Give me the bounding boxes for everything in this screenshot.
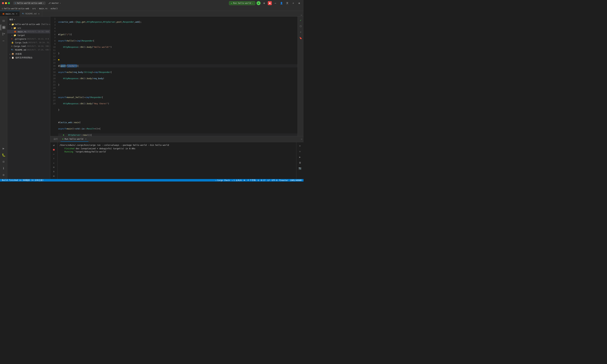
- bookmarks-icon[interactable]: 🔖: [298, 36, 303, 40]
- file-tree: ▾ 📁 hello-world-actix-web [hello-world] …: [7, 23, 50, 179]
- status-lf[interactable]: LF: [268, 179, 270, 182]
- panel-right-icon2[interactable]: ⊟: [298, 149, 302, 154]
- panel-scroll-up-icon[interactable]: ↑: [52, 157, 56, 160]
- activity-terminal[interactable]: ⊡: [1, 158, 7, 165]
- translate-icon[interactable]: 文: [285, 1, 290, 5]
- panel-scroll-down-icon[interactable]: ↓: [52, 161, 56, 165]
- run-label: Run hello-world: [233, 2, 251, 4]
- md-file-icon: M↓: [22, 13, 24, 15]
- search-editor-icon[interactable]: ⌕: [298, 30, 303, 34]
- panel-more-icon[interactable]: ⋯: [52, 152, 56, 156]
- file-meta-cargo-toml: 2023/8/7, 16:14, 196 B 3 分钟…: [27, 45, 50, 47]
- activity-more[interactable]: ⋯: [1, 38, 7, 44]
- status-memory[interactable]: 1905/4096M: [290, 179, 301, 182]
- settings-icon[interactable]: ⚙: [262, 1, 267, 5]
- traffic-lights: [2, 2, 10, 4]
- close-button[interactable]: [2, 2, 4, 4]
- md-tree-icon: M↓: [11, 49, 13, 51]
- activity-run[interactable]: ▶: [1, 145, 7, 151]
- tree-readme[interactable]: M↓ README.md 2023/8/7, 17:25, 436 B 片刻…: [7, 48, 50, 52]
- tab-close-readme[interactable]: ×: [38, 13, 39, 15]
- tab-main-rs[interactable]: 🦀 main.rs ×: [0, 11, 20, 16]
- activity-info[interactable]: ℹ: [1, 165, 7, 171]
- tree-target[interactable]: › 📁 target: [7, 33, 50, 37]
- editor-actions-icon[interactable]: ⋯: [301, 14, 302, 16]
- tree-root-label: hello-world-actix-web [hello-world] - ~: [15, 23, 50, 26]
- tree-main-rs[interactable]: 🦀 main.rs 2023/8/7, 16:16, 660 B 片刻之…: [7, 30, 50, 33]
- panel-right-icon5[interactable]: 📷: [298, 166, 302, 170]
- activity-settings-bottom[interactable]: ⚙: [1, 172, 7, 178]
- run-action-button[interactable]: ▶: [257, 1, 260, 5]
- tree-cargo-lock-label: Cargo.lock: [15, 41, 27, 44]
- status-cursor[interactable]: 8:17: [261, 179, 265, 182]
- breadcrumb-item-4[interactable]: echo(): [51, 7, 58, 10]
- status-eye[interactable]: 👁: [244, 179, 245, 182]
- panel-right-icon4[interactable]: 🗑: [298, 160, 302, 165]
- breadcrumb-item-1[interactable]: hello-world-actix-web: [4, 7, 29, 10]
- status-cargo-check[interactable]: ⚠ Cargo Check: [215, 179, 230, 182]
- panel-more-options-icon[interactable]: ⋯: [301, 138, 302, 140]
- panel-tab-run-hello-world[interactable]: ▶ Run hello-world ×: [61, 137, 89, 142]
- activity-git[interactable]: [1, 31, 7, 37]
- breadcrumb-item-2[interactable]: src: [32, 7, 36, 10]
- tab-readme-md[interactable]: M↓ README.md ×: [20, 11, 42, 16]
- title-bar: h hello-world-actix-web ▾ ⎇ master ▾ ▶ R…: [0, 0, 304, 6]
- extensions-icon[interactable]: ⬡: [298, 24, 303, 28]
- panel-tab-run[interactable]: 运行: [52, 137, 60, 142]
- status-indent-text: 4 个空格: [247, 179, 256, 182]
- terminal-command-text: /Users/edwin/.cargo/bin/cargo run --colo…: [60, 144, 169, 146]
- panel-filter-icon[interactable]: ≡: [52, 166, 56, 169]
- panel-text-icon[interactable]: A: [52, 170, 56, 173]
- folder-icon: 📁: [12, 23, 14, 26]
- tab-close-main-rs[interactable]: ×: [16, 13, 17, 15]
- status-google[interactable]: G: [258, 179, 259, 182]
- tree-cargo-lock[interactable]: 🔒 Cargo.lock 2023/8/7, 16:14, 31.53 kB 4…: [7, 41, 50, 44]
- panel-stop-icon[interactable]: ■: [52, 148, 56, 151]
- run-icon: ▶: [231, 2, 232, 4]
- terminal-line2: Running Running `target/debug/hello-worl…: [60, 150, 294, 153]
- code-editor[interactable]: use actix_web::{App, get, HttpResponse, …: [57, 16, 297, 136]
- terminal-output[interactable]: /Users/edwin/.cargo/bin/cargo run --colo…: [58, 142, 296, 179]
- gear-icon[interactable]: ⚙: [297, 1, 301, 5]
- panel-align-icon[interactable]: ⊟: [52, 174, 56, 178]
- status-indent[interactable]: 4 个空格: [247, 179, 256, 182]
- panel-right-icon1[interactable]: ⊞: [298, 143, 302, 148]
- tree-root[interactable]: ▾ 📁 hello-world-actix-web [hello-world] …: [7, 23, 50, 26]
- status-encoding[interactable]: UTF-8: [272, 179, 278, 182]
- activity-explorer[interactable]: [1, 18, 7, 24]
- run-hello-world-close[interactable]: ×: [85, 138, 87, 140]
- activity-debug[interactable]: 🐛: [1, 152, 7, 158]
- tree-external-libs[interactable]: › 📦 外部库: [7, 52, 50, 56]
- tree-gitignore[interactable]: ⊘ .gitignore 2023/8/7, 16:13, 8 B: [7, 37, 50, 41]
- repo-selector[interactable]: h hello-world-actix-web ▾: [13, 1, 46, 5]
- status-warnings[interactable]: ⚠ 1 Δ/N/A: [232, 179, 242, 182]
- panel-right-icon3[interactable]: ▶: [298, 155, 302, 159]
- status-branch-bottom[interactable]: ¶ master: [279, 179, 288, 182]
- maximize-button[interactable]: [8, 2, 10, 4]
- panel-restart-icon[interactable]: ↺: [52, 143, 56, 147]
- account-icon[interactable]: 👤: [279, 1, 284, 5]
- panel-content: ↺ ■ ⋯ ↑ ↓ ≡ A ⊟ /Users/edwin/.cargo/bin/…: [50, 142, 304, 179]
- svg-rect-1: [4, 26, 5, 27]
- tree-temp-files[interactable]: › 📋 临时文件和控制台: [7, 56, 50, 60]
- search-icon[interactable]: ⌕: [291, 1, 296, 5]
- paragraph-icon: ¶: [279, 179, 281, 182]
- tree-src[interactable]: ▾ 📂 src: [7, 26, 50, 30]
- tree-cargo-toml[interactable]: ⚙ Cargo.toml 2023/8/7, 16:14, 196 B 3 分钟…: [7, 44, 50, 48]
- cargo-check-icon: ⚠: [215, 179, 217, 182]
- target-folder-icon: 📁: [13, 34, 16, 37]
- run-button[interactable]: ▶ Run hello-world ▾: [229, 1, 255, 5]
- breadcrumb-item-3[interactable]: main.rs: [39, 7, 48, 10]
- branch-selector[interactable]: ⎇ master ▾: [48, 2, 61, 4]
- line-numbers: 12345 678910 1112131415 1617181920 21222…: [50, 16, 57, 136]
- terminal-finished-text: Finished: [65, 147, 74, 150]
- file-meta-cargo-lock: 2023/8/7, 16:14, 31.53 kB 4 分…: [28, 41, 50, 44]
- activity-project[interactable]: [1, 25, 7, 30]
- stop-button[interactable]: ■: [268, 1, 272, 5]
- minimize-button[interactable]: [5, 2, 7, 4]
- panel-left-sidebar: ↺ ■ ⋯ ↑ ↓ ≡ A ⊟: [50, 142, 58, 179]
- file-meta-readme: 2023/8/7, 17:25, 436 B 片刻…: [27, 49, 50, 51]
- branch-chevron-icon: ▾: [60, 2, 61, 4]
- more-options-icon[interactable]: ⋯: [273, 1, 278, 5]
- status-branch-text: master: [281, 179, 288, 182]
